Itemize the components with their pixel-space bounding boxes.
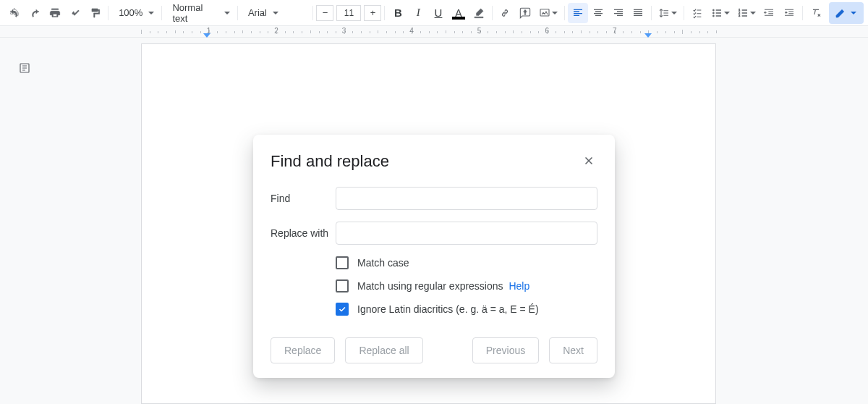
replace-input[interactable]: [336, 222, 597, 245]
checklist-button[interactable]: [687, 3, 707, 23]
font-size-decrease-button[interactable]: −: [316, 5, 333, 21]
match-case-checkbox[interactable]: [336, 256, 349, 269]
document-canvas: Find and replace Find Replace with Match…: [0, 38, 868, 404]
font-family-select[interactable]: Arial: [241, 4, 310, 22]
caret-down-icon: [552, 12, 558, 14]
caret-down-icon: [750, 12, 756, 14]
find-label: Find: [271, 193, 336, 204]
replace-all-button[interactable]: Replace all: [345, 337, 422, 363]
match-case-label: Match case: [357, 257, 409, 269]
zoom-value: 100%: [119, 7, 142, 18]
italic-button[interactable]: I: [408, 3, 428, 23]
next-button[interactable]: Next: [549, 337, 597, 363]
underline-button[interactable]: U: [428, 3, 448, 23]
paragraph-style-select[interactable]: Normal text: [165, 4, 234, 22]
font-size-increase-button[interactable]: +: [364, 5, 381, 21]
highlight-color-button[interactable]: [469, 3, 489, 23]
svg-point-2: [712, 12, 714, 13]
paragraph-style-value: Normal text: [172, 2, 218, 24]
main-toolbar: 100% Normal text Arial − 11 + B I U A: [0, 0, 868, 26]
caret-down-icon: [273, 12, 278, 14]
align-right-button[interactable]: [608, 3, 629, 23]
editing-mode-button[interactable]: [829, 2, 864, 24]
close-button[interactable]: [580, 152, 597, 169]
ignore-diacritics-checkbox[interactable]: [336, 303, 349, 316]
previous-button[interactable]: Previous: [472, 337, 539, 363]
caret-down-icon: [671, 12, 677, 14]
show-outline-button[interactable]: [16, 59, 33, 77]
horizontal-ruler[interactable]: 1234567: [0, 26, 868, 38]
line-spacing-button[interactable]: [655, 3, 681, 23]
caret-down-icon: [724, 12, 730, 14]
zoom-select[interactable]: 100%: [111, 4, 158, 22]
regex-label: Match using regular expressions: [357, 280, 503, 292]
increase-indent-button[interactable]: [779, 3, 799, 23]
font-size-input[interactable]: 11: [336, 5, 361, 21]
regex-checkbox[interactable]: [336, 279, 349, 293]
svg-point-3: [712, 14, 714, 16]
undo-button[interactable]: [4, 3, 25, 23]
svg-text:3: 3: [739, 14, 741, 17]
bold-button[interactable]: B: [388, 3, 408, 23]
redo-button[interactable]: [25, 3, 45, 23]
replace-button[interactable]: Replace: [271, 337, 335, 363]
caret-down-icon: [851, 12, 856, 14]
find-input[interactable]: [336, 187, 597, 210]
spellcheck-button[interactable]: [64, 3, 85, 23]
clear-formatting-button[interactable]: [806, 3, 826, 23]
font-size-value: 11: [344, 8, 354, 18]
paint-format-button[interactable]: [85, 3, 105, 23]
caret-down-icon: [224, 12, 230, 14]
insert-link-button[interactable]: [495, 3, 516, 23]
print-button[interactable]: [45, 3, 65, 23]
ignore-diacritics-label: Ignore Latin diacritics (e. g. ä = a, E …: [357, 303, 539, 315]
align-center-button[interactable]: [588, 3, 608, 23]
font-family-value: Arial: [248, 7, 267, 18]
find-replace-dialog: Find and replace Find Replace with Match…: [253, 135, 615, 378]
insert-image-button[interactable]: [535, 3, 561, 23]
svg-rect-0: [540, 9, 549, 15]
dialog-title: Find and replace: [271, 152, 389, 171]
decrease-indent-button[interactable]: [759, 3, 779, 23]
close-icon: [582, 154, 595, 167]
align-left-button[interactable]: [568, 3, 588, 23]
caret-down-icon: [148, 12, 154, 14]
align-justify-button[interactable]: [628, 3, 648, 23]
text-color-button[interactable]: A: [448, 3, 469, 23]
regex-help-link[interactable]: Help: [509, 280, 529, 292]
add-comment-button[interactable]: [515, 3, 535, 23]
numbered-list-button[interactable]: 123: [733, 3, 760, 23]
font-size-group: − 11 +: [316, 5, 381, 21]
replace-with-label: Replace with: [271, 227, 336, 239]
svg-point-1: [712, 9, 714, 10]
bulleted-list-button[interactable]: [707, 3, 733, 23]
